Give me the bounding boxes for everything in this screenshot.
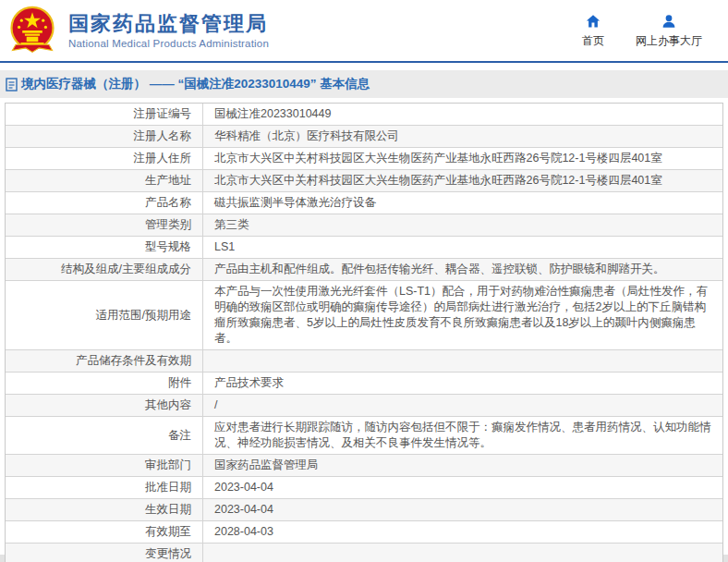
row-value: 华科精准（北京）医疗科技有限公司 xyxy=(203,126,722,147)
header-nav: 首页 网上办事大厅 xyxy=(582,13,702,49)
registration-info-table: 注册证编号 国械注准20233010449 注册人名称 华科精准（北京）医疗科技… xyxy=(5,103,723,562)
table-row-attachment: 附件 产品技术要求 xyxy=(6,373,722,395)
document-icon xyxy=(6,78,18,92)
row-label: 有效期至 xyxy=(6,521,203,543)
nav-home-label: 首页 xyxy=(582,33,604,49)
user-icon xyxy=(661,13,677,30)
row-label: 生产地址 xyxy=(6,170,203,191)
row-value: 北京市大兴区中关村科技园区大兴生物医药产业基地永旺西路26号院12-1号楼四层4… xyxy=(203,148,722,169)
row-value: 2023-04-04 xyxy=(203,477,722,498)
table-row-reg-number: 注册证编号 国械注准20233010449 xyxy=(6,104,722,126)
table-row-product-name: 产品名称 磁共振监测半导体激光治疗设备 xyxy=(6,192,722,214)
row-value: 应对患者进行长期跟踪随访，随访内容包括但不限于：癫痫发作情况、患者用药情况、认知… xyxy=(214,420,711,451)
table-row-approval-date: 批准日期 2023-04-04 xyxy=(6,477,722,499)
row-label: 结构及组成/主要组成成分 xyxy=(6,259,203,280)
row-value: 国械注准20233010449 xyxy=(203,104,722,125)
row-value: 产品技术要求 xyxy=(203,373,722,394)
table-row-effective-date: 生效日期 2023-04-04 xyxy=(6,499,722,521)
logo-area: 国家药品监督管理局 National Medical Products Admi… xyxy=(7,6,269,55)
table-row-remarks: 备注 应对患者进行长期跟踪随访，随访内容包括但不限于：癫痫发作情况、患者用药情况… xyxy=(6,417,722,455)
row-value: 北京市大兴区中关村科技园区大兴生物医药产业基地永旺西路26号院12-1号楼四层4… xyxy=(203,170,722,191)
row-label: 型号规格 xyxy=(6,237,203,258)
site-subtitle: National Medical Products Administration xyxy=(68,38,269,49)
home-icon xyxy=(585,13,601,30)
row-value: LS1 xyxy=(203,237,722,258)
row-label: 备注 xyxy=(6,417,203,454)
table-row-storage-conditions: 产品储存条件及有效期 xyxy=(6,350,722,373)
site-header: 国家药品监督管理局 National Medical Products Admi… xyxy=(0,0,728,63)
nav-service-hall[interactable]: 网上办事大厅 xyxy=(636,13,702,49)
table-row-management-class: 管理类别 第三类 xyxy=(6,214,722,237)
table-row-expiry-date: 有效期至 2028-04-03 xyxy=(6,521,722,544)
breadcrumb-bar: 境内医疗器械（注册） —— “国械注准20233010449” 基本信息 xyxy=(0,70,728,98)
row-value: / xyxy=(203,395,722,416)
row-value: 2028-04-03 xyxy=(203,521,722,543)
row-value: 本产品与一次性使用激光光纤套件（LS-T1）配合，用于对药物难治性癫痫患者（局灶… xyxy=(214,284,711,347)
row-value: 磁共振监测半导体激光治疗设备 xyxy=(203,192,722,214)
row-label: 注册人名称 xyxy=(6,126,203,147)
row-value xyxy=(203,544,722,562)
site-title: 国家药品监督管理局 xyxy=(68,12,269,36)
row-label: 注册证编号 xyxy=(6,104,203,125)
table-row-change-status: 变更情况 xyxy=(6,544,722,562)
table-row-approval-department: 审批部门 国家药品监督管理局 xyxy=(6,455,722,477)
row-value xyxy=(203,350,722,372)
row-value: 产品由主机和配件组成。配件包括传输光纤、耦合器、遥控联锁、防护眼镜和脚踏开关。 xyxy=(203,259,722,280)
table-row-registrant-name: 注册人名称 华科精准（北京）医疗科技有限公司 xyxy=(6,126,722,148)
table-row-structure-composition: 结构及组成/主要组成成分 产品由主机和配件组成。配件包括传输光纤、耦合器、遥控联… xyxy=(6,259,722,281)
table-row-model-spec: 型号规格 LS1 xyxy=(6,237,722,259)
table-row-production-address: 生产地址 北京市大兴区中关村科技园区大兴生物医药产业基地永旺西路26号院12-1… xyxy=(6,170,722,192)
table-row-intended-use: 适用范围/预期用途 本产品与一次性使用激光光纤套件（LS-T1）配合，用于对药物… xyxy=(6,281,722,350)
row-label: 批准日期 xyxy=(6,477,203,498)
row-label: 注册人住所 xyxy=(6,148,203,169)
table-row-other-content: 其他内容 / xyxy=(6,395,722,417)
national-emblem-logo xyxy=(7,6,57,55)
row-label: 管理类别 xyxy=(6,214,203,236)
row-label: 审批部门 xyxy=(6,455,203,476)
row-label: 适用范围/预期用途 xyxy=(6,281,203,349)
table-row-registrant-address: 注册人住所 北京市大兴区中关村科技园区大兴生物医药产业基地永旺西路26号院12-… xyxy=(6,148,722,170)
site-titles: 国家药品监督管理局 National Medical Products Admi… xyxy=(68,12,269,49)
row-label: 其他内容 xyxy=(6,395,203,416)
row-value: 2023-04-04 xyxy=(203,499,722,520)
row-value: 国家药品监督管理局 xyxy=(203,455,722,476)
page-title: 境内医疗器械（注册） —— “国械注准20233010449” 基本信息 xyxy=(21,76,370,92)
page: 国家药品监督管理局 National Medical Products Admi… xyxy=(0,0,728,555)
nav-home[interactable]: 首页 xyxy=(582,13,604,49)
row-label: 变更情况 xyxy=(6,544,203,562)
row-value: 第三类 xyxy=(203,214,722,236)
row-label: 产品储存条件及有效期 xyxy=(6,350,203,372)
row-label: 产品名称 xyxy=(6,192,203,214)
nav-service-hall-label: 网上办事大厅 xyxy=(636,33,702,49)
row-label: 附件 xyxy=(6,373,203,394)
row-label: 生效日期 xyxy=(6,499,203,520)
